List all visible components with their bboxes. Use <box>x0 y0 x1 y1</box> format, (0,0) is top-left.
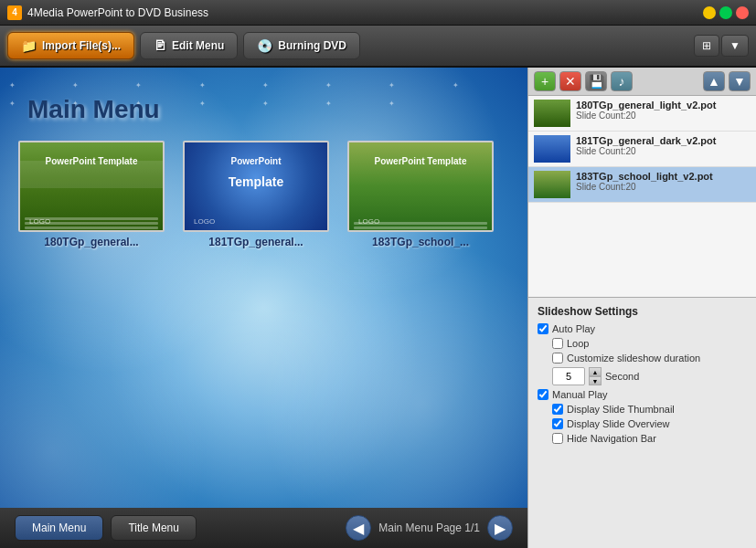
add-file-button[interactable]: + <box>534 71 556 91</box>
auto-play-row: Auto Play <box>538 323 747 334</box>
right-panel: + ✕ 💾 ♪ ▲ ▼ 180TGp_general_light_v2.pot … <box>527 68 756 548</box>
file-count-3: Slide Count:20 <box>576 182 751 192</box>
display-thumbnail-label: Display Slide Thumbnail <box>567 404 675 415</box>
bottom-bar: Main Menu Title Menu ◀ Main Menu Page 1/… <box>0 508 527 548</box>
slideshow-settings: Slideshow Settings Auto Play Loop Custom… <box>528 297 756 455</box>
window-controls <box>703 6 749 19</box>
page-info: Main Menu Page 1/1 <box>378 522 480 534</box>
burning-icon: 💿 <box>257 38 272 53</box>
customize-duration-row: Customize slideshow duration <box>538 353 747 364</box>
thumb-label-1: 180TGp_general... <box>44 236 138 248</box>
file-name-2: 181TGp_general_dark_v2.pot <box>576 135 751 146</box>
file-name-3: 183TGp_school_light_v2.pot <box>576 171 751 182</box>
app-icon: 4 <box>7 5 22 20</box>
thumb-image-3: PowerPoint Template LOGO <box>347 141 494 232</box>
title-bar: 4 4Media PowerPoint to DVD Business <box>0 0 756 26</box>
file-name-1: 180TGp_general_light_v2.pot <box>576 100 751 111</box>
main-menu-button[interactable]: Main Menu <box>15 515 103 541</box>
display-thumbnail-row: Display Slide Thumbnail <box>538 404 747 415</box>
file-thumb-3 <box>534 171 570 198</box>
minimize-button[interactable] <box>703 6 716 19</box>
customize-duration-checkbox[interactable] <box>552 353 563 364</box>
next-page-button[interactable]: ▶ <box>487 515 513 541</box>
spinner-up-button[interactable]: ▲ <box>589 367 602 376</box>
auto-play-label: Auto Play <box>552 323 595 334</box>
hide-nav-label: Hide Navigation Bar <box>567 433 656 444</box>
duration-input[interactable] <box>552 367 585 385</box>
thumb-label-2: 181TGp_general... <box>208 236 303 248</box>
toolbar: 📁 Import File(s)... 🖹 Edit Menu 💿 Burnin… <box>0 26 756 68</box>
file-item-3[interactable]: 183TGp_school_light_v2.pot Slide Count:2… <box>528 167 756 203</box>
duration-row: ▲ ▼ Second <box>538 367 747 385</box>
thumbnails-grid: PowerPoint Template LOGO 180TGp_general.… <box>18 141 518 248</box>
app-title: 4Media PowerPoint to DVD Business <box>27 6 703 19</box>
loop-checkbox[interactable] <box>552 338 563 349</box>
manual-play-row: Manual Play <box>538 389 747 400</box>
thumb-logo-1: LOGO <box>29 217 50 226</box>
remove-file-button[interactable]: ✕ <box>559 71 581 91</box>
second-label: Second <box>605 371 639 382</box>
thumb-text-1: PowerPoint Template <box>29 156 154 166</box>
toolbar-grid-button[interactable]: ⊞ <box>694 35 719 57</box>
display-overview-row: Display Slide Overview <box>538 418 747 429</box>
file-count-1: Slide Count:20 <box>576 111 751 121</box>
title-menu-button[interactable]: Title Menu <box>111 515 197 541</box>
edit-menu-icon: 🖹 <box>154 38 166 53</box>
display-overview-label: Display Slide Overview <box>567 418 669 429</box>
thumbnail-item-1[interactable]: PowerPoint Template LOGO 180TGp_general.… <box>18 141 165 248</box>
thumbnail-item-2[interactable]: PowerPoint Template LOGO 181TGp_general.… <box>183 141 329 248</box>
preview-title: Main Menu <box>27 95 160 124</box>
thumb-image-2: PowerPoint Template LOGO <box>183 141 329 232</box>
thumb-label-3: 183TGp_school_... <box>372 236 469 248</box>
file-count-2: Slide Count:20 <box>576 146 751 156</box>
customize-duration-label: Customize slideshow duration <box>567 353 700 364</box>
loop-row: Loop <box>538 338 747 349</box>
display-thumbnail-checkbox[interactable] <box>552 404 563 415</box>
toolbar-dropdown-button[interactable]: ▼ <box>721 35 749 57</box>
move-down-button[interactable]: ▼ <box>729 71 751 91</box>
thumb-text2-1: PowerPoint <box>194 156 318 166</box>
thumb-text2-2: Template <box>194 174 318 189</box>
settings-title: Slideshow Settings <box>538 305 747 318</box>
thumb-image-1: PowerPoint Template LOGO <box>18 141 165 232</box>
thumbnail-item-3[interactable]: PowerPoint Template LOGO 183TGp_school_.… <box>347 141 494 248</box>
hide-nav-checkbox[interactable] <box>552 433 563 444</box>
spinner-down-button[interactable]: ▼ <box>589 376 602 385</box>
maximize-button[interactable] <box>719 6 732 19</box>
import-files-button[interactable]: 📁 Import File(s)... <box>7 32 134 59</box>
display-overview-checkbox[interactable] <box>552 418 563 429</box>
thumb-logo-3: LOGO <box>358 217 379 226</box>
thumb-logo-2: LOGO <box>194 217 215 226</box>
auto-play-checkbox[interactable] <box>538 323 548 334</box>
edit-menu-button[interactable]: 🖹 Edit Menu <box>140 32 238 59</box>
move-up-button[interactable]: ▲ <box>703 71 725 91</box>
duration-spinner: ▲ ▼ <box>589 367 602 385</box>
thumb-text3-1: PowerPoint Template <box>358 156 483 166</box>
file-thumb-1 <box>534 100 570 127</box>
file-thumb-2 <box>534 135 570 163</box>
hide-nav-row: Hide Navigation Bar <box>538 433 747 444</box>
file-item-2[interactable]: 181TGp_general_dark_v2.pot Slide Count:2… <box>528 132 756 167</box>
toolbar-right-controls: ⊞ ▼ <box>694 35 749 57</box>
file-list-toolbar: + ✕ 💾 ♪ ▲ ▼ <box>528 68 756 96</box>
prev-page-button[interactable]: ◀ <box>346 515 371 541</box>
import-icon: 📁 <box>21 38 37 53</box>
preview-area: Main Menu PowerPoint Template LOGO 180TG… <box>0 68 527 548</box>
main-area: Main Menu PowerPoint Template LOGO 180TG… <box>0 68 756 548</box>
burning-dvd-button[interactable]: 💿 Burning DVD <box>243 32 360 59</box>
save-file-button[interactable]: 💾 <box>585 71 607 91</box>
close-button[interactable] <box>736 6 749 19</box>
manual-play-checkbox[interactable] <box>538 389 548 400</box>
loop-label: Loop <box>567 338 589 349</box>
file-item-1[interactable]: 180TGp_general_light_v2.pot Slide Count:… <box>528 96 756 132</box>
file-list: 180TGp_general_light_v2.pot Slide Count:… <box>528 96 756 297</box>
manual-play-label: Manual Play <box>552 389 608 400</box>
music-button[interactable]: ♪ <box>611 71 633 91</box>
